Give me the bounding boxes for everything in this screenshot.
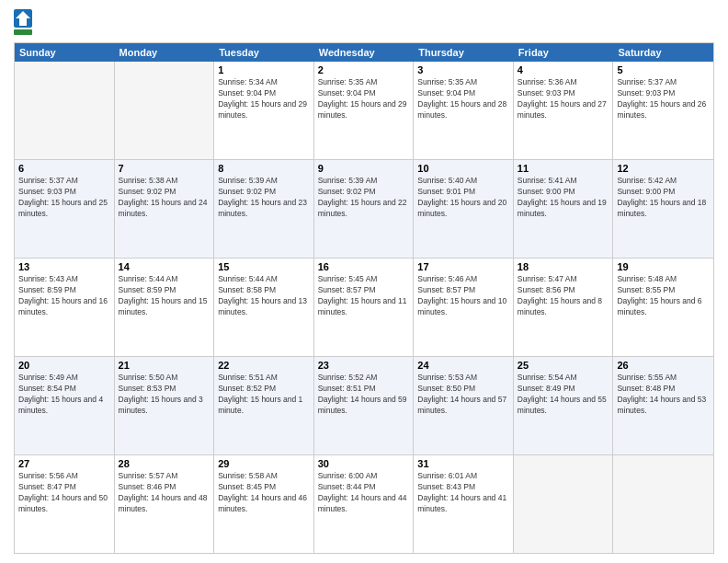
day-info: Sunrise: 5:50 AM Sunset: 8:53 PM Dayligh… — [119, 373, 210, 417]
weekday-header: Saturday — [613, 43, 713, 62]
day-cell: 13Sunrise: 5:43 AM Sunset: 8:59 PM Dayli… — [15, 259, 115, 356]
day-cell: 26Sunrise: 5:55 AM Sunset: 8:48 PM Dayli… — [613, 357, 713, 454]
day-cell: 3Sunrise: 5:35 AM Sunset: 9:04 PM Daylig… — [414, 62, 514, 159]
day-number: 14 — [119, 261, 210, 272]
day-number: 18 — [518, 261, 609, 272]
day-cell: 11Sunrise: 5:41 AM Sunset: 9:00 PM Dayli… — [514, 160, 614, 258]
day-number: 20 — [18, 360, 110, 371]
day-cell: 17Sunrise: 5:46 AM Sunset: 8:57 PM Dayli… — [414, 259, 514, 356]
day-number: 10 — [417, 163, 509, 174]
day-info: Sunrise: 5:35 AM Sunset: 9:04 PM Dayligh… — [417, 77, 509, 121]
day-number: 31 — [417, 458, 509, 469]
day-number: 24 — [417, 360, 509, 371]
day-number: 15 — [218, 261, 310, 272]
day-cell: 9Sunrise: 5:39 AM Sunset: 9:02 PM Daylig… — [314, 160, 415, 258]
weekday-header: Sunday — [15, 43, 115, 62]
day-number: 1 — [218, 64, 310, 75]
day-number: 28 — [119, 458, 210, 469]
day-cell: 23Sunrise: 5:52 AM Sunset: 8:51 PM Dayli… — [314, 357, 415, 454]
day-cell: 5Sunrise: 5:37 AM Sunset: 9:03 PM Daylig… — [613, 62, 713, 159]
day-number: 30 — [318, 458, 410, 469]
day-info: Sunrise: 5:34 AM Sunset: 9:04 PM Dayligh… — [218, 77, 310, 121]
weekday-header: Friday — [514, 43, 614, 62]
day-cell: 16Sunrise: 5:45 AM Sunset: 8:57 PM Dayli… — [314, 259, 415, 356]
day-cell: 27Sunrise: 5:56 AM Sunset: 8:47 PM Dayli… — [15, 455, 115, 553]
calendar-row: 20Sunrise: 5:49 AM Sunset: 8:54 PM Dayli… — [15, 357, 713, 455]
day-info: Sunrise: 5:46 AM Sunset: 8:57 PM Dayligh… — [417, 274, 509, 318]
day-info: Sunrise: 5:36 AM Sunset: 9:03 PM Dayligh… — [518, 77, 609, 121]
day-info: Sunrise: 5:37 AM Sunset: 9:03 PM Dayligh… — [18, 176, 110, 220]
weekday-header: Tuesday — [214, 43, 314, 62]
day-number: 7 — [119, 163, 210, 174]
day-cell: 20Sunrise: 5:49 AM Sunset: 8:54 PM Dayli… — [15, 357, 115, 454]
calendar-body: 1Sunrise: 5:34 AM Sunset: 9:04 PM Daylig… — [15, 62, 713, 553]
day-number: 17 — [417, 261, 509, 272]
day-number: 4 — [518, 64, 609, 75]
calendar-row: 1Sunrise: 5:34 AM Sunset: 9:04 PM Daylig… — [15, 62, 713, 160]
day-number: 27 — [18, 458, 110, 469]
day-number: 26 — [617, 360, 710, 371]
day-info: Sunrise: 5:48 AM Sunset: 8:55 PM Dayligh… — [617, 274, 710, 318]
day-info: Sunrise: 5:56 AM Sunset: 8:47 PM Dayligh… — [18, 471, 110, 515]
day-cell: 29Sunrise: 5:58 AM Sunset: 8:45 PM Dayli… — [214, 455, 314, 553]
day-info: Sunrise: 5:42 AM Sunset: 9:00 PM Dayligh… — [617, 176, 710, 220]
day-info: Sunrise: 5:55 AM Sunset: 8:48 PM Dayligh… — [617, 373, 710, 417]
day-info: Sunrise: 5:52 AM Sunset: 8:51 PM Dayligh… — [318, 373, 410, 417]
calendar-row: 6Sunrise: 5:37 AM Sunset: 9:03 PM Daylig… — [15, 160, 713, 259]
day-info: Sunrise: 5:51 AM Sunset: 8:52 PM Dayligh… — [218, 373, 310, 417]
empty-cell — [514, 455, 614, 553]
day-info: Sunrise: 5:41 AM Sunset: 9:00 PM Dayligh… — [518, 176, 609, 220]
day-info: Sunrise: 5:54 AM Sunset: 8:49 PM Dayligh… — [518, 373, 609, 417]
day-cell: 14Sunrise: 5:44 AM Sunset: 8:59 PM Dayli… — [115, 259, 215, 356]
day-info: Sunrise: 5:39 AM Sunset: 9:02 PM Dayligh… — [318, 176, 410, 220]
day-cell: 6Sunrise: 5:37 AM Sunset: 9:03 PM Daylig… — [15, 160, 115, 258]
day-cell: 4Sunrise: 5:36 AM Sunset: 9:03 PM Daylig… — [514, 62, 614, 159]
calendar-row: 27Sunrise: 5:56 AM Sunset: 8:47 PM Dayli… — [15, 455, 713, 553]
day-info: Sunrise: 6:01 AM Sunset: 8:43 PM Dayligh… — [417, 471, 509, 515]
day-info: Sunrise: 5:44 AM Sunset: 8:59 PM Dayligh… — [119, 274, 210, 318]
weekday-header: Monday — [115, 43, 215, 62]
empty-cell — [613, 455, 713, 553]
day-cell: 18Sunrise: 5:47 AM Sunset: 8:56 PM Dayli… — [514, 259, 614, 356]
day-cell: 24Sunrise: 5:53 AM Sunset: 8:50 PM Dayli… — [414, 357, 514, 454]
day-cell: 7Sunrise: 5:38 AM Sunset: 9:02 PM Daylig… — [115, 160, 215, 258]
day-cell: 21Sunrise: 5:50 AM Sunset: 8:53 PM Dayli… — [115, 357, 215, 454]
day-info: Sunrise: 5:38 AM Sunset: 9:02 PM Dayligh… — [119, 176, 210, 220]
day-number: 11 — [518, 163, 609, 174]
weekday-header: Wednesday — [314, 43, 415, 62]
day-number: 22 — [218, 360, 310, 371]
day-cell: 12Sunrise: 5:42 AM Sunset: 9:00 PM Dayli… — [613, 160, 713, 258]
day-cell: 19Sunrise: 5:48 AM Sunset: 8:55 PM Dayli… — [613, 259, 713, 356]
day-cell: 22Sunrise: 5:51 AM Sunset: 8:52 PM Dayli… — [214, 357, 314, 454]
day-info: Sunrise: 5:40 AM Sunset: 9:01 PM Dayligh… — [417, 176, 509, 220]
day-number: 5 — [617, 64, 710, 75]
day-info: Sunrise: 5:47 AM Sunset: 8:56 PM Dayligh… — [518, 274, 609, 318]
day-number: 23 — [318, 360, 410, 371]
day-info: Sunrise: 5:57 AM Sunset: 8:46 PM Dayligh… — [119, 471, 210, 515]
day-cell: 25Sunrise: 5:54 AM Sunset: 8:49 PM Dayli… — [514, 357, 614, 454]
day-number: 29 — [218, 458, 310, 469]
svg-rect-2 — [14, 29, 32, 35]
day-cell: 1Sunrise: 5:34 AM Sunset: 9:04 PM Daylig… — [214, 62, 314, 159]
day-number: 12 — [617, 163, 710, 174]
empty-cell — [15, 62, 115, 159]
day-number: 3 — [417, 64, 509, 75]
day-info: Sunrise: 5:58 AM Sunset: 8:45 PM Dayligh… — [218, 471, 310, 515]
weekday-header: Thursday — [414, 43, 514, 62]
day-info: Sunrise: 5:37 AM Sunset: 9:03 PM Dayligh… — [617, 77, 710, 121]
day-number: 25 — [518, 360, 609, 371]
day-cell: 30Sunrise: 6:00 AM Sunset: 8:44 PM Dayli… — [314, 455, 415, 553]
day-cell: 2Sunrise: 5:35 AM Sunset: 9:04 PM Daylig… — [314, 62, 415, 159]
day-info: Sunrise: 5:35 AM Sunset: 9:04 PM Dayligh… — [318, 77, 410, 121]
day-number: 2 — [318, 64, 410, 75]
day-number: 19 — [617, 261, 710, 272]
day-cell: 28Sunrise: 5:57 AM Sunset: 8:46 PM Dayli… — [115, 455, 215, 553]
day-number: 16 — [318, 261, 410, 272]
day-number: 13 — [18, 261, 110, 272]
calendar: SundayMondayTuesdayWednesdayThursdayFrid… — [14, 42, 714, 554]
day-cell: 31Sunrise: 6:01 AM Sunset: 8:43 PM Dayli… — [414, 455, 514, 553]
day-info: Sunrise: 5:44 AM Sunset: 8:58 PM Dayligh… — [218, 274, 310, 318]
day-number: 8 — [218, 163, 310, 174]
calendar-row: 13Sunrise: 5:43 AM Sunset: 8:59 PM Dayli… — [15, 259, 713, 357]
day-info: Sunrise: 5:43 AM Sunset: 8:59 PM Dayligh… — [18, 274, 110, 318]
